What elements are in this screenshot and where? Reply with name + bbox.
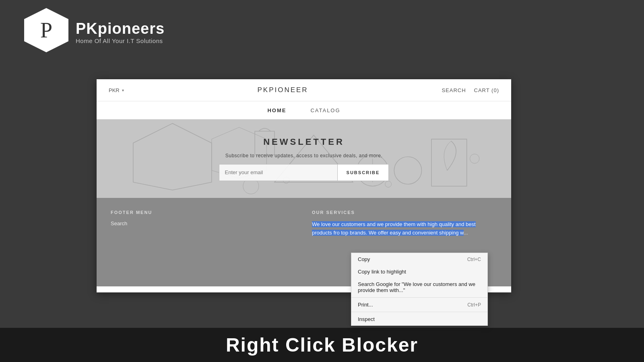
hexagon-logo: P (24, 8, 68, 56)
services-text-rest: ... (464, 230, 468, 236)
subscribe-button[interactable]: SUBSCRIBE (338, 164, 389, 181)
svg-rect-5 (431, 139, 467, 186)
logo-subtitle: Home Of All Your I.T Solutions (76, 37, 165, 44)
svg-point-3 (394, 157, 421, 184)
context-menu: Copy Ctrl+C Copy link to highlight Searc… (351, 253, 488, 326)
nav-actions: SEARCH CART (0) (442, 87, 499, 93)
secondary-nav: HOME CATALOG (97, 101, 511, 119)
context-copy-shortcut: Ctrl+C (467, 257, 481, 262)
svg-marker-0 (133, 123, 212, 190)
newsletter-form: SUBSCRIBE (219, 164, 389, 181)
context-inspect-label: Inspect (358, 316, 375, 322)
context-menu-copy[interactable]: Copy Ctrl+C (351, 253, 487, 265)
footer-search-link[interactable]: Search (111, 220, 296, 226)
svg-point-10 (385, 181, 392, 187)
context-search-google-label: Search Google for "We love our customers… (358, 281, 481, 293)
logo-area: P PKpioneers Home Of All Your I.T Soluti… (24, 8, 165, 56)
context-menu-search-google[interactable]: Search Google for "We love our customers… (351, 278, 487, 296)
logo-text-area: PKpioneers Home Of All Your I.T Solution… (76, 20, 165, 44)
footer-menu-col: FOOTER MENU Search (111, 210, 296, 278)
footer-menu-heading: FOOTER MENU (111, 210, 296, 215)
context-menu-print[interactable]: Print... Ctrl+P (351, 298, 487, 311)
email-input[interactable] (219, 164, 338, 181)
search-link[interactable]: SEARCH (442, 87, 466, 93)
context-menu-separator (351, 297, 487, 298)
newsletter-title: NEWSLETTER (263, 137, 345, 147)
context-print-shortcut: Ctrl+P (467, 302, 481, 308)
svg-point-4 (470, 154, 479, 163)
top-nav: PKR ▾ PKPIONEER SEARCH CART (0) (97, 79, 511, 101)
logo-title: PKpioneers (76, 20, 165, 37)
context-menu-separator-2 (351, 312, 487, 312)
cart-link[interactable]: CART (0) (474, 87, 499, 93)
services-text-highlighted: We love our customers and we provide the… (312, 221, 476, 236)
bottom-banner-text: Right Click Blocker (226, 334, 418, 356)
nav-home[interactable]: HOME (267, 107, 286, 113)
context-print-label: Print... (358, 302, 373, 308)
currency-label: PKR (109, 87, 120, 93)
context-copy-label: Copy (358, 256, 370, 262)
currency-chevron: ▾ (122, 88, 124, 93)
newsletter-subtitle: Subscribe to receive updates, access to … (225, 153, 383, 158)
newsletter-section: NEWSLETTER Subscribe to receive updates,… (97, 119, 511, 198)
footer-services-heading: OUR SERVICES (312, 210, 497, 215)
context-menu-copy-link[interactable]: Copy link to highlight (351, 265, 487, 278)
context-copy-link-label: Copy link to highlight (358, 269, 406, 275)
hexagon-shape: P (24, 8, 68, 52)
newsletter-bg-art (97, 119, 511, 198)
nav-catalog[interactable]: CATALOG (310, 107, 340, 113)
bottom-banner: Right Click Blocker (0, 328, 644, 362)
site-name: PKPIONEER (257, 86, 308, 94)
context-menu-inspect[interactable]: Inspect (351, 313, 487, 325)
hexagon-letter: P (40, 18, 52, 43)
nav-currency[interactable]: PKR ▾ (109, 87, 124, 93)
footer-services-text: We love our customers and we provide the… (312, 220, 497, 237)
